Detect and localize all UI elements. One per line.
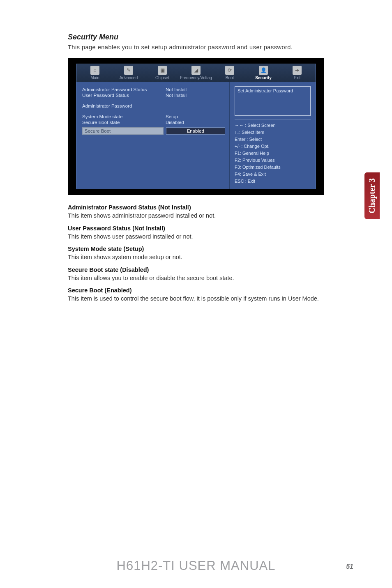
bios-key-help: →← : Select Screen ↑↓: Select Item Enter… <box>235 119 311 185</box>
bios-tab-security[interactable]: 👤 Security <box>247 64 280 82</box>
row-system-mode: System Mode state Setup <box>82 114 225 119</box>
bios-left-panel: Administrator Password Status Not Instal… <box>76 82 229 189</box>
body-text: This item shows administrator password i… <box>68 212 324 220</box>
tab-label: Security <box>255 76 271 80</box>
row-secure-boot-state: Secure Boot state Disabled <box>82 120 225 125</box>
key-line: +/- : Change Opt. <box>235 143 311 150</box>
row-value: Setup <box>166 114 225 119</box>
body-text: This item shows user password installed … <box>68 233 324 241</box>
subheading: System Mode state (Setup) <box>68 246 324 252</box>
body-text: This item allows you to enable or disabl… <box>68 274 324 283</box>
bios-tab-frequency[interactable]: ◢ Frequency/Voltag <box>179 64 213 82</box>
bios-screenshot: ⌂ Main ✎ Advanced ▣ Chipset ◢ Frequency/… <box>68 58 324 195</box>
tab-label: Exit <box>294 76 301 80</box>
bios-tab-advanced[interactable]: ✎ Advanced <box>112 64 145 82</box>
row-value: Not Install <box>166 93 225 98</box>
bios-tab-main[interactable]: ⌂ Main <box>78 64 112 82</box>
row-label: Secure Boot state <box>82 120 166 125</box>
tab-label: Chipset <box>155 76 169 80</box>
key-line: F1: General Help <box>235 150 311 157</box>
row-user-pw-status: User Password Status Not Install <box>82 93 225 98</box>
key-line: ↑↓: Select Item <box>235 129 311 136</box>
key-line: Enter : Select <box>235 136 311 143</box>
intro-text: This page enables you to set setup admin… <box>68 44 324 51</box>
key-line: F3: Optimized Defaults <box>235 164 311 171</box>
bios-right-panel: Set Administrator Password →← : Select S… <box>229 82 316 189</box>
row-label: Secure Boot <box>82 127 164 135</box>
bios-tab-exit[interactable]: ➔ Exit <box>280 64 314 82</box>
subheading: Secure Boot (Enabled) <box>68 287 324 294</box>
section-heading: Security Menu <box>68 33 324 41</box>
bios-body: Administrator Password Status Not Instal… <box>76 82 316 189</box>
wrench-icon: ✎ <box>124 66 133 75</box>
key-line: F2: Previous Values <box>235 157 311 164</box>
chapter-tab: Chapter 3 <box>364 172 380 219</box>
row-value: Enabled <box>166 127 226 135</box>
exit-icon: ➔ <box>293 66 302 75</box>
key-line: →← : Select Screen <box>235 122 311 129</box>
home-icon: ⌂ <box>90 66 99 75</box>
tab-label: Main <box>90 76 99 80</box>
bios-tab-bar: ⌂ Main ✎ Advanced ▣ Chipset ◢ Frequency/… <box>76 64 316 82</box>
lock-icon: 👤 <box>259 66 268 75</box>
bios-tab-chipset[interactable]: ▣ Chipset <box>145 64 179 82</box>
bios-tab-boot[interactable]: ⟳ Boot <box>213 64 247 82</box>
row-label: Administrator Password Status <box>82 87 166 92</box>
footer-title: H61H2-TI USER MANUAL <box>0 558 392 573</box>
row-label: User Password Status <box>82 93 166 98</box>
row-label: Administrator Password <box>82 103 166 108</box>
key-line: F4: Save & Exit <box>235 171 311 178</box>
chip-icon: ▣ <box>158 66 167 75</box>
row-admin-password[interactable]: Administrator Password <box>82 103 225 108</box>
body-text: This item is used to control the secure … <box>68 295 324 303</box>
power-icon: ⟳ <box>225 66 234 75</box>
row-value: Not Install <box>166 87 225 92</box>
subheading: User Password Status (Not Install) <box>68 225 324 232</box>
body-text: This item shows system mode setup or not… <box>68 253 324 262</box>
tab-label: Frequency/Voltag <box>180 76 212 80</box>
subheading: Administrator Password Status (Not Insta… <box>68 204 324 211</box>
row-value: Disabled <box>166 120 225 125</box>
key-line: ESC : Exit <box>235 178 311 185</box>
bios-help-text: Set Administrator Password <box>235 86 311 116</box>
row-admin-pw-status: Administrator Password Status Not Instal… <box>82 87 225 92</box>
gauge-icon: ◢ <box>191 66 201 75</box>
tab-label: Boot <box>226 76 234 80</box>
row-secure-boot[interactable]: Secure Boot Enabled <box>82 127 225 135</box>
subheading: Secure Boot state (Disabled) <box>68 266 324 273</box>
bios-window: ⌂ Main ✎ Advanced ▣ Chipset ◢ Frequency/… <box>76 64 316 189</box>
tab-label: Advanced <box>120 76 138 80</box>
page-number: 51 <box>346 563 353 570</box>
row-label: System Mode state <box>82 114 166 119</box>
